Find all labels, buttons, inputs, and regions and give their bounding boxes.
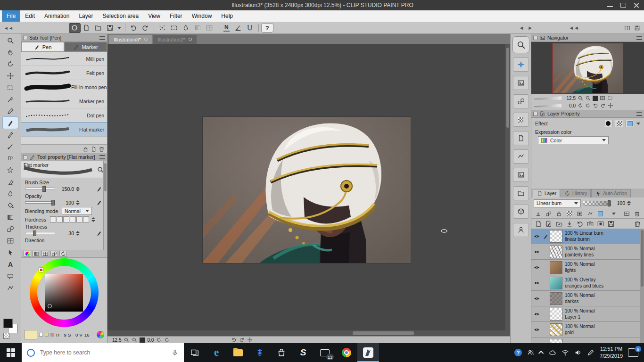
thickness-value[interactable]: 30 <box>57 230 74 236</box>
clip-to-layer-below-icon[interactable] <box>534 210 543 218</box>
flip-horizontal-icon[interactable] <box>593 103 598 108</box>
layer-color-effect-button[interactable] <box>626 120 634 127</box>
taskbar-search[interactable] <box>22 343 184 362</box>
reset-view-icon[interactable] <box>239 337 245 343</box>
pen-pressure-icon[interactable] <box>96 199 102 206</box>
layer-opacity-value[interactable]: 100 <box>613 200 625 206</box>
reset-rotation-icon[interactable] <box>608 103 613 108</box>
effect-dropdown-caret[interactable] <box>636 123 640 125</box>
blending-mode-dropdown[interactable]: Normal <box>62 207 92 215</box>
zoom-100-icon[interactable] <box>593 96 598 101</box>
item-bank-button[interactable] <box>513 94 529 108</box>
close-icon[interactable] <box>634 3 639 8</box>
hardness-selector[interactable] <box>50 216 90 222</box>
layer-row[interactable]: 100 % Normal painterly lines <box>531 244 644 260</box>
menu-filter[interactable]: Filter <box>165 10 187 22</box>
redo-button[interactable] <box>140 23 151 33</box>
saturation-value-square[interactable] <box>45 274 83 312</box>
layer-visibility-eye-icon[interactable] <box>531 264 542 271</box>
tone-pattern-button[interactable] <box>513 113 529 127</box>
tool-figure[interactable] <box>3 223 18 235</box>
taskbar-clock[interactable]: 12:51 PM 7/29/2019 <box>600 346 623 360</box>
tab-layer[interactable]: Layer <box>533 189 560 197</box>
panel-grip-icon[interactable] <box>533 36 537 40</box>
panel-grip-icon[interactable] <box>23 36 27 40</box>
panel-dock-icon[interactable] <box>634 25 640 31</box>
save-options-dropdown[interactable] <box>116 23 123 33</box>
search-input[interactable] <box>39 349 167 356</box>
menu-edit[interactable]: Edit <box>20 10 40 22</box>
tab-pen[interactable]: Pen <box>21 42 64 52</box>
tool-property-scrollbar[interactable] <box>103 161 107 250</box>
layer-visibility-eye-icon[interactable] <box>531 233 542 239</box>
maximize-icon[interactable] <box>620 3 626 8</box>
layer-opacity-stepper[interactable] <box>627 201 631 206</box>
zoom-out-icon[interactable] <box>578 95 583 101</box>
material-star-button[interactable] <box>513 58 529 72</box>
thickness-slider[interactable] <box>25 232 55 234</box>
tab-marker[interactable]: Marker <box>64 42 107 52</box>
sub-tool-item[interactable]: Felt pen <box>21 66 107 80</box>
enable-mask-icon[interactable] <box>575 210 584 218</box>
color-history-tab[interactable] <box>59 251 67 257</box>
brush-size-value[interactable]: 150.0 <box>57 186 74 192</box>
manga-material-button[interactable] <box>513 149 529 164</box>
panel-menu-icon[interactable] <box>99 36 105 40</box>
document-tab-active[interactable]: Illustration3* <box>109 35 152 44</box>
sub-tool-item[interactable]: Dot pen <box>21 108 107 123</box>
transform-button[interactable] <box>192 23 204 33</box>
chrome-icon[interactable] <box>336 343 357 362</box>
toolbar-collapse-arrows[interactable]: ◄◄ <box>0 25 17 31</box>
microphone-icon[interactable] <box>171 349 179 356</box>
color-slider-tab[interactable] <box>33 251 40 257</box>
lock-options-caret[interactable] <box>612 213 616 215</box>
minimize-icon[interactable] <box>607 3 613 7</box>
main-color-swatch[interactable] <box>3 319 13 328</box>
tool-hand[interactable] <box>3 46 18 58</box>
edge-icon[interactable]: e <box>206 343 227 362</box>
deselect-button[interactable] <box>168 23 180 33</box>
menu-help[interactable]: Help <box>216 10 238 22</box>
blend-mode-dropdown[interactable]: Linear burn <box>534 199 581 207</box>
hidden-icons-chevron[interactable] <box>538 351 544 356</box>
s-app-icon[interactable]: S <box>292 343 314 362</box>
sub-tool-item-selected[interactable]: Flat marker <box>21 123 107 137</box>
opacity-stepper[interactable] <box>76 200 80 205</box>
rotate-right-icon[interactable] <box>164 337 170 343</box>
tool-airbrush[interactable] <box>3 152 18 164</box>
brush-size-slider[interactable] <box>25 188 55 190</box>
lock-layer-icon[interactable] <box>554 210 563 218</box>
layer-visibility-eye-icon[interactable] <box>531 296 542 302</box>
snap-ruler-button[interactable]: N <box>221 23 232 33</box>
new-file-button[interactable] <box>81 23 92 33</box>
layer-visibility-eye-icon[interactable] <box>531 327 542 333</box>
tab-auto-action[interactable]: Auto Action <box>591 189 631 197</box>
layer-mask-icon[interactable] <box>596 220 605 228</box>
navigator-preview[interactable] <box>531 42 644 94</box>
canvas-viewport[interactable] <box>107 44 510 330</box>
tool-operation[interactable] <box>3 247 18 258</box>
delete-subtool-icon[interactable] <box>99 146 105 152</box>
reference-layer-icon[interactable] <box>544 210 553 218</box>
intermediate-color-tab[interactable] <box>50 251 58 257</box>
new-folder-icon[interactable] <box>554 220 563 228</box>
document-tab-inactive[interactable]: Illustration2* <box>153 35 197 44</box>
snap-angle-button[interactable] <box>232 23 244 33</box>
border-effect-button[interactable] <box>604 120 612 127</box>
sub-view-button[interactable] <box>513 76 529 90</box>
network-icon[interactable] <box>561 349 569 356</box>
panel-grip-icon[interactable] <box>533 112 537 116</box>
image-material-button[interactable] <box>513 168 529 182</box>
tool-brush[interactable] <box>3 140 18 152</box>
help-button[interactable]: ? <box>261 23 273 33</box>
panel-next-icon[interactable]: ► <box>528 25 533 31</box>
panel-grip-icon[interactable] <box>23 155 27 159</box>
hue-ring[interactable] <box>30 258 99 327</box>
new-vector-layer-icon[interactable] <box>544 220 553 228</box>
fit-width-icon[interactable] <box>607 95 613 101</box>
rotate-right-icon[interactable] <box>585 103 591 108</box>
onedrive-icon[interactable] <box>549 349 556 356</box>
file-explorer-icon[interactable] <box>227 343 249 362</box>
flip-horizontal-icon[interactable] <box>231 337 237 343</box>
tab-history[interactable]: History <box>561 189 591 197</box>
